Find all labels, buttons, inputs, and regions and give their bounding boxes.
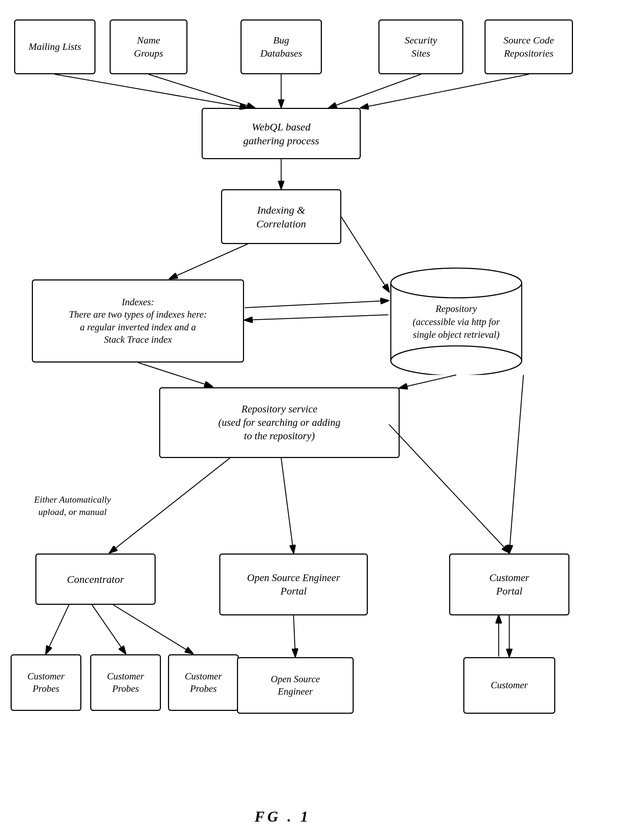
bug-databases-box: BugDatabases <box>241 19 322 74</box>
open-source-engineer-portal-label: Open Source EngineerPortal <box>247 571 340 598</box>
webql-label: WebQL basedgathering process <box>243 120 319 147</box>
customer-box: Customer <box>463 657 555 714</box>
svg-point-2 <box>391 268 522 298</box>
svg-point-1 <box>391 346 522 375</box>
svg-line-23 <box>113 605 193 654</box>
repository-label: Repository(accessible via http forsingle… <box>413 303 500 340</box>
indexes-box: Indexes:There are two types of indexes h… <box>32 279 244 363</box>
customer-probes-2-label: CustomerProbes <box>107 670 144 695</box>
svg-line-11 <box>170 244 247 279</box>
svg-line-24 <box>294 615 295 657</box>
open-source-engineer-label: Open SourceEngineer <box>271 673 320 698</box>
svg-line-14 <box>245 315 388 320</box>
either-auto-label: Either Automaticallyupload, or manual <box>18 493 127 518</box>
repository-service-box: Repository service(used for searching or… <box>159 387 400 458</box>
open-source-engineer-box: Open SourceEngineer <box>237 657 354 714</box>
svg-line-5 <box>55 74 247 108</box>
svg-line-9 <box>361 74 529 108</box>
concentrator-box: Concentrator <box>35 554 156 605</box>
svg-line-6 <box>149 74 255 108</box>
source-code-repos-label: Source CodeRepositories <box>504 34 554 60</box>
name-groups-box: NameGroups <box>110 19 188 74</box>
repository-service-label: Repository service(used for searching or… <box>218 402 340 443</box>
repository-cylinder: Repository(accessible via http forsingle… <box>389 265 523 375</box>
mailing-lists-label: Mailing Lists <box>29 40 81 53</box>
svg-line-19 <box>389 424 509 553</box>
customer-label: Customer <box>491 679 528 691</box>
open-source-engineer-portal-box: Open Source EngineerPortal <box>219 554 368 615</box>
diagram: Mailing Lists NameGroups BugDatabases Se… <box>0 0 626 840</box>
svg-line-15 <box>245 300 388 308</box>
svg-line-8 <box>329 74 421 108</box>
indexing-correlation-box: Indexing &Correlation <box>221 189 341 244</box>
svg-line-22 <box>92 605 125 654</box>
svg-line-18 <box>281 458 294 553</box>
customer-probes-3-label: CustomerProbes <box>185 670 222 695</box>
customer-probes-1-label: CustomerProbes <box>27 670 64 695</box>
svg-line-13 <box>138 363 212 386</box>
svg-line-21 <box>46 605 69 654</box>
name-groups-label: NameGroups <box>134 34 163 60</box>
bug-databases-label: BugDatabases <box>260 34 302 60</box>
concentrator-label: Concentrator <box>67 572 124 586</box>
customer-portal-label: CustomerPortal <box>490 571 529 598</box>
svg-line-16 <box>400 375 456 388</box>
svg-line-20 <box>509 375 523 553</box>
security-sites-label: SecuritySites <box>405 34 437 60</box>
customer-portal-box: CustomerPortal <box>449 554 570 615</box>
webql-box: WebQL basedgathering process <box>202 108 361 159</box>
customer-probes-1-box: CustomerProbes <box>11 654 81 711</box>
customer-probes-3-box: CustomerProbes <box>168 654 239 711</box>
customer-probes-2-box: CustomerProbes <box>90 654 161 711</box>
mailing-lists-box: Mailing Lists <box>14 19 95 74</box>
svg-line-17 <box>110 458 230 553</box>
indexing-correlation-label: Indexing &Correlation <box>257 203 306 231</box>
source-code-repos-box: Source CodeRepositories <box>485 19 573 74</box>
security-sites-box: SecuritySites <box>379 19 463 74</box>
figure-label: FG . 1 <box>255 808 311 825</box>
indexes-label: Indexes:There are two types of indexes h… <box>69 296 207 346</box>
svg-line-12 <box>341 217 389 292</box>
